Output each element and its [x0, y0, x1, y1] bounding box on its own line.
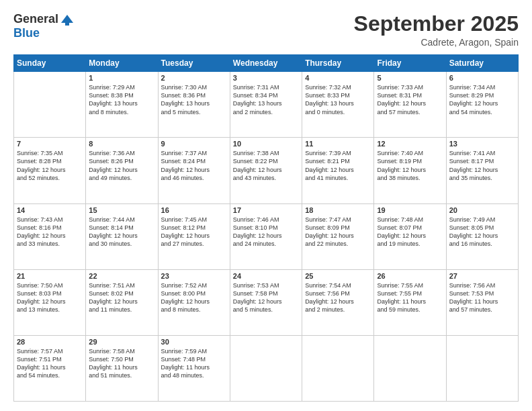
col-tuesday: Tuesday [158, 55, 230, 72]
day-number: 6 [449, 74, 515, 82]
day-number: 1 [89, 74, 154, 82]
day-number: 8 [89, 140, 154, 148]
day-info: Sunrise: 7:31 AM Sunset: 8:34 PM Dayligh… [233, 83, 299, 116]
table-row: 30Sunrise: 7:59 AM Sunset: 7:48 PM Dayli… [158, 335, 230, 401]
day-number: 23 [161, 272, 227, 280]
day-number: 9 [161, 140, 227, 148]
table-row [446, 335, 518, 401]
day-info: Sunrise: 7:32 AM Sunset: 8:33 PM Dayligh… [305, 83, 371, 116]
day-number: 10 [233, 140, 299, 148]
table-row: 15Sunrise: 7:44 AM Sunset: 8:14 PM Dayli… [86, 203, 158, 269]
col-monday: Monday [86, 55, 158, 72]
day-number: 18 [305, 206, 371, 214]
table-row: 27Sunrise: 7:56 AM Sunset: 7:53 PM Dayli… [446, 269, 518, 335]
day-info: Sunrise: 7:46 AM Sunset: 8:10 PM Dayligh… [233, 216, 299, 248]
table-row: 4Sunrise: 7:32 AM Sunset: 8:33 PM Daylig… [302, 72, 374, 138]
day-number: 22 [89, 272, 154, 280]
page: General Blue September 2025 Cadrete, Ara… [0, 0, 532, 411]
day-number: 19 [377, 206, 443, 214]
header: General Blue September 2025 Cadrete, Ara… [13, 12, 519, 48]
day-number: 14 [17, 206, 83, 214]
calendar-week-row: 1Sunrise: 7:29 AM Sunset: 8:38 PM Daylig… [14, 72, 519, 138]
day-number: 13 [449, 140, 515, 148]
day-info: Sunrise: 7:35 AM Sunset: 8:28 PM Dayligh… [17, 149, 83, 182]
table-row: 22Sunrise: 7:51 AM Sunset: 8:02 PM Dayli… [86, 269, 158, 335]
day-info: Sunrise: 7:38 AM Sunset: 8:22 PM Dayligh… [233, 149, 299, 182]
month-title: September 2025 [354, 12, 519, 36]
table-row: 2Sunrise: 7:30 AM Sunset: 8:36 PM Daylig… [158, 72, 230, 138]
calendar-week-row: 14Sunrise: 7:43 AM Sunset: 8:16 PM Dayli… [14, 203, 519, 269]
table-row: 25Sunrise: 7:54 AM Sunset: 7:56 PM Dayli… [302, 269, 374, 335]
table-row: 17Sunrise: 7:46 AM Sunset: 8:10 PM Dayli… [230, 203, 302, 269]
day-number: 28 [17, 338, 83, 346]
table-row [374, 335, 446, 401]
logo-blue-text: Blue [13, 26, 40, 40]
day-number: 11 [305, 140, 371, 148]
col-saturday: Saturday [446, 55, 518, 72]
day-info: Sunrise: 7:57 AM Sunset: 7:51 PM Dayligh… [17, 347, 83, 380]
location: Cadrete, Aragon, Spain [354, 37, 519, 48]
table-row: 24Sunrise: 7:53 AM Sunset: 7:58 PM Dayli… [230, 269, 302, 335]
table-row: 3Sunrise: 7:31 AM Sunset: 8:34 PM Daylig… [230, 72, 302, 138]
table-row: 1Sunrise: 7:29 AM Sunset: 8:38 PM Daylig… [86, 72, 158, 138]
table-row: 21Sunrise: 7:50 AM Sunset: 8:03 PM Dayli… [14, 269, 86, 335]
table-row: 11Sunrise: 7:39 AM Sunset: 8:21 PM Dayli… [302, 138, 374, 203]
day-info: Sunrise: 7:52 AM Sunset: 8:00 PM Dayligh… [161, 281, 227, 314]
table-row: 13Sunrise: 7:41 AM Sunset: 8:17 PM Dayli… [446, 138, 518, 203]
table-row [230, 335, 302, 401]
day-info: Sunrise: 7:50 AM Sunset: 8:03 PM Dayligh… [17, 281, 83, 314]
table-row: 23Sunrise: 7:52 AM Sunset: 8:00 PM Dayli… [158, 269, 230, 335]
col-wednesday: Wednesday [230, 55, 302, 72]
day-number: 25 [305, 272, 371, 280]
table-row: 16Sunrise: 7:45 AM Sunset: 8:12 PM Dayli… [158, 203, 230, 269]
day-info: Sunrise: 7:54 AM Sunset: 7:56 PM Dayligh… [305, 281, 371, 314]
calendar-week-row: 7Sunrise: 7:35 AM Sunset: 8:28 PM Daylig… [14, 138, 519, 203]
day-info: Sunrise: 7:48 AM Sunset: 8:07 PM Dayligh… [377, 216, 443, 248]
table-row: 28Sunrise: 7:57 AM Sunset: 7:51 PM Dayli… [14, 335, 86, 401]
day-info: Sunrise: 7:37 AM Sunset: 8:24 PM Dayligh… [161, 149, 227, 182]
day-number: 4 [305, 74, 371, 82]
logo-icon [60, 13, 75, 26]
day-info: Sunrise: 7:55 AM Sunset: 7:55 PM Dayligh… [377, 281, 443, 314]
day-info: Sunrise: 7:34 AM Sunset: 8:29 PM Dayligh… [449, 83, 515, 116]
day-number: 7 [17, 140, 83, 148]
day-number: 20 [449, 206, 515, 214]
day-info: Sunrise: 7:44 AM Sunset: 8:14 PM Dayligh… [89, 216, 154, 248]
day-info: Sunrise: 7:45 AM Sunset: 8:12 PM Dayligh… [161, 216, 227, 248]
table-row: 5Sunrise: 7:33 AM Sunset: 8:31 PM Daylig… [374, 72, 446, 138]
table-row [302, 335, 374, 401]
day-number: 21 [17, 272, 83, 280]
table-row: 18Sunrise: 7:47 AM Sunset: 8:09 PM Dayli… [302, 203, 374, 269]
day-number: 15 [89, 206, 154, 214]
table-row: 9Sunrise: 7:37 AM Sunset: 8:24 PM Daylig… [158, 138, 230, 203]
calendar-table: Sunday Monday Tuesday Wednesday Thursday… [13, 54, 519, 402]
table-row: 29Sunrise: 7:58 AM Sunset: 7:50 PM Dayli… [86, 335, 158, 401]
day-number: 30 [161, 338, 227, 346]
day-info: Sunrise: 7:51 AM Sunset: 8:02 PM Dayligh… [89, 281, 154, 314]
day-number: 16 [161, 206, 227, 214]
col-friday: Friday [374, 55, 446, 72]
table-row: 26Sunrise: 7:55 AM Sunset: 7:55 PM Dayli… [374, 269, 446, 335]
table-row: 14Sunrise: 7:43 AM Sunset: 8:16 PM Dayli… [14, 203, 86, 269]
logo-general-text: General [13, 12, 58, 26]
day-number: 29 [89, 338, 154, 346]
calendar-header-row: Sunday Monday Tuesday Wednesday Thursday… [14, 55, 519, 72]
table-row: 8Sunrise: 7:36 AM Sunset: 8:26 PM Daylig… [86, 138, 158, 203]
day-info: Sunrise: 7:43 AM Sunset: 8:16 PM Dayligh… [17, 216, 83, 248]
table-row: 20Sunrise: 7:49 AM Sunset: 8:05 PM Dayli… [446, 203, 518, 269]
day-info: Sunrise: 7:56 AM Sunset: 7:53 PM Dayligh… [449, 281, 515, 314]
day-number: 2 [161, 74, 227, 82]
day-number: 24 [233, 272, 299, 280]
svg-marker-0 [61, 15, 73, 23]
day-info: Sunrise: 7:33 AM Sunset: 8:31 PM Dayligh… [377, 83, 443, 116]
day-info: Sunrise: 7:47 AM Sunset: 8:09 PM Dayligh… [305, 216, 371, 248]
day-info: Sunrise: 7:58 AM Sunset: 7:50 PM Dayligh… [89, 347, 154, 380]
day-number: 3 [233, 74, 299, 82]
calendar-week-row: 21Sunrise: 7:50 AM Sunset: 8:03 PM Dayli… [14, 269, 519, 335]
table-row [14, 72, 86, 138]
logo: General Blue [13, 12, 75, 40]
col-thursday: Thursday [302, 55, 374, 72]
day-info: Sunrise: 7:41 AM Sunset: 8:17 PM Dayligh… [449, 149, 515, 182]
day-info: Sunrise: 7:59 AM Sunset: 7:48 PM Dayligh… [161, 347, 227, 380]
table-row: 19Sunrise: 7:48 AM Sunset: 8:07 PM Dayli… [374, 203, 446, 269]
